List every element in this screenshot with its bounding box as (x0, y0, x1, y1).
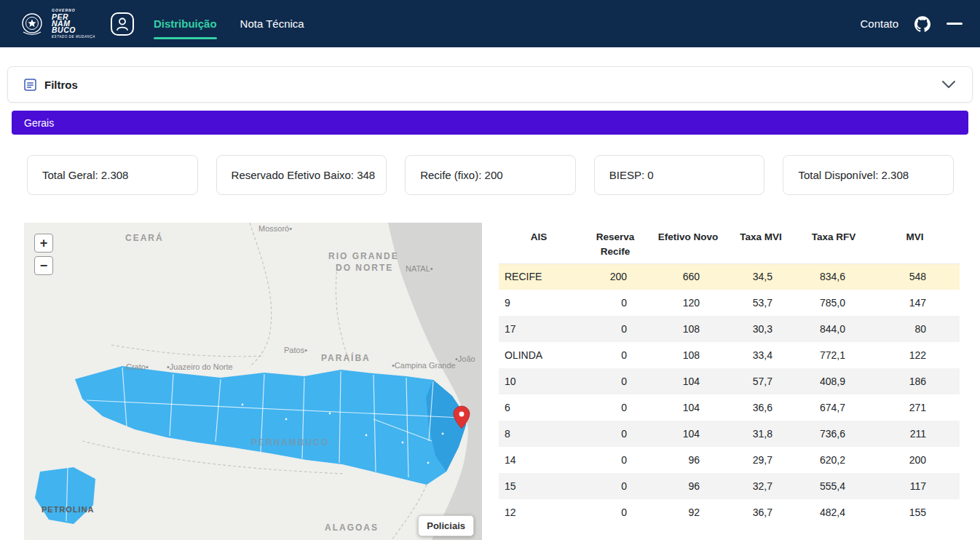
cell-value: 122 (870, 342, 960, 368)
github-icon[interactable] (914, 16, 930, 32)
ais-table: AIS Reserva Recife Efetivo Novo Taxa MVI… (499, 223, 960, 525)
cell-ais: 9 (499, 290, 579, 316)
cell-value: 32,7 (724, 473, 797, 499)
stat-recife-fixo: Recife (fixo): 200 (405, 155, 576, 195)
cell-value: 271 (870, 394, 960, 421)
cell-value: 0 (579, 394, 652, 421)
zoom-out-button[interactable]: − (34, 256, 53, 275)
cell-value: 200 (579, 263, 652, 290)
nav-link-nota-tecnica[interactable]: Nota Técnica (240, 17, 304, 30)
cell-value: 96 (652, 447, 724, 473)
cell-ais: 17 (499, 316, 579, 342)
column-header-ais[interactable]: AIS (499, 223, 579, 263)
cell-value: 834,6 (797, 263, 870, 290)
brand-text: GOVERNO PER NAM BUCO ESTADO DE MUDANÇA (52, 7, 95, 40)
cell-value: 736,6 (797, 421, 870, 447)
zoom-control: + − (34, 234, 53, 275)
cell-value: 211 (870, 421, 960, 447)
cell-value: 108 (652, 342, 724, 368)
cell-value: 0 (579, 499, 652, 525)
cell-value: 844,0 (797, 316, 870, 342)
chevron-down-icon[interactable] (941, 80, 956, 89)
table-body: RECIFE20066034,5834,65489012053,7785,014… (499, 263, 960, 525)
cell-value: 555,4 (797, 473, 870, 499)
cell-value: 104 (652, 368, 724, 394)
cell-value: 482,4 (797, 499, 870, 525)
table-row[interactable]: 6010436,6674,7271 (499, 394, 960, 421)
cell-value: 104 (652, 394, 724, 421)
section-banner: Gerais (12, 111, 968, 135)
table-header-row: AIS Reserva Recife Efetivo Novo Taxa MVI… (499, 223, 960, 263)
filters-label: Filtros (44, 79, 78, 91)
cell-value: 104 (652, 421, 724, 447)
stat-total-disponivel: Total Disponível: 2.308 (783, 155, 954, 195)
coat-of-arms-icon (17, 9, 47, 39)
cell-value: 772,1 (797, 342, 870, 368)
cell-value: 53,7 (724, 290, 797, 316)
table-row[interactable]: 1209236,7482,4155 (499, 499, 960, 525)
zoom-in-button[interactable]: + (34, 234, 53, 253)
cell-value: 548 (870, 263, 960, 290)
cell-value: 186 (870, 368, 960, 394)
cell-value: 620,2 (797, 447, 870, 473)
map-graphic (24, 223, 482, 540)
cell-value: 0 (579, 421, 652, 447)
table-row[interactable]: RECIFE20066034,5834,6548 (499, 263, 960, 290)
navbar: GOVERNO PER NAM BUCO ESTADO DE MUDANÇA D… (0, 0, 980, 47)
cell-value: 80 (870, 316, 960, 342)
column-header-reserva-recife[interactable]: Reserva Recife (579, 223, 652, 263)
cell-value: 0 (579, 316, 652, 342)
cell-value: 29,7 (724, 447, 797, 473)
column-header-taxa-rfv[interactable]: Taxa RFV (797, 223, 870, 263)
cell-value: 785,0 (797, 290, 870, 316)
column-header-efetivo-novo[interactable]: Efetivo Novo (652, 223, 724, 263)
cell-value: 660 (652, 263, 724, 290)
pernambuco-logo: GOVERNO PER NAM BUCO ESTADO DE MUDANÇA (17, 7, 95, 40)
table-row[interactable]: 8010431,8736,6211 (499, 421, 960, 447)
column-header-taxa-mvi[interactable]: Taxa MVI (724, 223, 797, 263)
cell-value: 147 (870, 290, 960, 316)
table-row[interactable]: 17010830,3844,080 (499, 316, 960, 342)
table-row[interactable]: OLINDA010833,4772,1122 (499, 342, 960, 368)
cell-value: 31,8 (724, 421, 797, 447)
cell-value: 0 (579, 473, 652, 499)
cell-ais: 8 (499, 421, 579, 447)
stats-row: Total Geral: 2.308 Reservado Efetivo Bai… (27, 155, 954, 195)
cell-ais: 10 (499, 368, 579, 394)
brand-bottom: ESTADO DE MUDANÇA (52, 33, 95, 40)
column-header-mvi[interactable]: MVI (870, 223, 960, 263)
cell-value: 36,7 (724, 499, 797, 525)
menu-dash-icon[interactable] (947, 23, 963, 25)
cell-value: 117 (870, 473, 960, 499)
table-row[interactable]: 10010457,7408,9186 (499, 368, 960, 394)
cell-value: 33,4 (724, 342, 797, 368)
map-canvas[interactable]: CEARÁMossoró•RIO GRANDEDO NORTENATAL•Pat… (24, 223, 482, 540)
agency-badge-icon (110, 12, 135, 36)
cell-value: 96 (652, 473, 724, 499)
table-row[interactable]: 1409629,7620,2200 (499, 447, 960, 473)
page: GOVERNO PER NAM BUCO ESTADO DE MUDANÇA D… (0, 0, 980, 540)
cell-value: 674,7 (797, 394, 870, 421)
nav-link-distribuicao[interactable]: Distribuição (154, 17, 217, 30)
cell-value: 36,6 (724, 394, 797, 421)
cell-ais: 6 (499, 394, 579, 421)
nav-right: Contato (860, 16, 963, 32)
cell-value: 0 (579, 368, 652, 394)
contato-link[interactable]: Contato (860, 17, 898, 30)
cell-value: 200 (870, 447, 960, 473)
cell-ais: 12 (499, 499, 579, 525)
table-row[interactable]: 9012053,7785,0147 (499, 290, 960, 316)
stat-biesp: BIESP: 0 (594, 155, 765, 195)
stat-reservado-efetivo-baixo: Reservado Efetivo Baixo: 348 (216, 155, 387, 195)
table-row[interactable]: 1509632,7555,4117 (499, 473, 960, 499)
filters-panel-header[interactable]: Filtros (7, 66, 973, 103)
cell-ais: 15 (499, 473, 579, 499)
layers-control-policiais[interactable]: Policiais (418, 515, 474, 536)
cell-ais: RECIFE (499, 263, 579, 290)
cell-value: 0 (579, 290, 652, 316)
cell-value: 408,9 (797, 368, 870, 394)
cell-value: 155 (870, 499, 960, 525)
cell-value: 0 (579, 447, 652, 473)
main-nav: Distribuição Nota Técnica (154, 17, 304, 30)
section-title: Gerais (24, 117, 54, 129)
